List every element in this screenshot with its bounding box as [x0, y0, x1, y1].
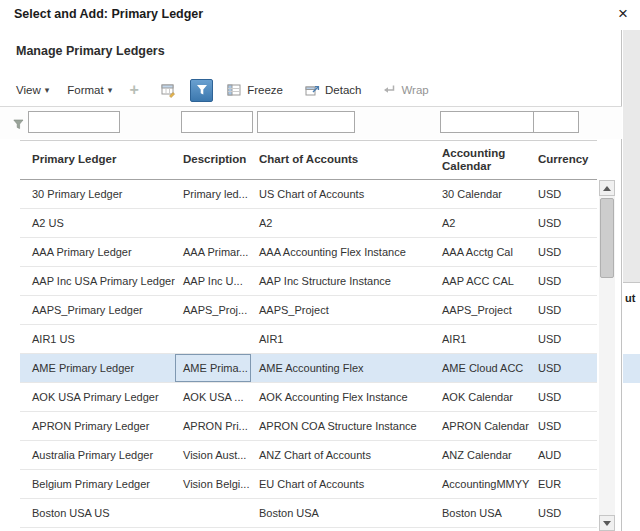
filter-row [0, 107, 622, 139]
table-row[interactable]: A2 USA2A2USD [20, 209, 597, 238]
cell-calendar: ANZ Calendar [434, 441, 530, 469]
column-header-description[interactable]: Description [175, 141, 251, 179]
cell-description: APRON Pri... [175, 412, 251, 440]
wrap-icon [381, 84, 396, 96]
scroll-up-button[interactable] [599, 180, 615, 196]
cell-calendar: AME Cloud ACC [434, 354, 530, 382]
toolbar: View ▾ Format ▾ + [16, 76, 429, 104]
view-menu[interactable]: View ▾ [16, 84, 49, 96]
background-selected-row-fragment [623, 354, 640, 383]
column-header-currency[interactable]: Currency [530, 141, 597, 179]
cell-description: Vision Aust... [175, 441, 251, 469]
filter-input-2[interactable] [257, 111, 355, 133]
cell-primary-ledger: AOK USA Primary Ledger [20, 383, 175, 411]
table-row[interactable]: AAP Inc USA Primary LedgerAAP Inc U...AA… [20, 267, 597, 296]
cell-calendar: AAPS_Project [434, 296, 530, 324]
table-row[interactable]: Australia Primary LedgerVision Aust...AN… [20, 441, 597, 470]
edit-table-icon[interactable] [156, 78, 180, 102]
cell-coa: AAP Inc Structure Instance [251, 267, 434, 295]
cell-currency: USD [530, 296, 597, 324]
cell-calendar: AAA Acctg Cal [434, 238, 530, 266]
query-by-example-icon[interactable] [190, 79, 213, 102]
freeze-icon [227, 83, 242, 98]
cell-primary-ledger: AAPS_Primary Ledger [20, 296, 175, 324]
cell-coa: US Chart of Accounts [251, 180, 434, 208]
chevron-down-icon: ▾ [108, 85, 113, 95]
format-menu-label: Format [67, 84, 103, 96]
cell-currency: USD [530, 354, 597, 382]
cell-description [175, 325, 251, 353]
cell-primary-ledger: Belgium Primary Ledger [20, 470, 175, 498]
table-row[interactable]: AIR1 USAIR1AIR1USD [20, 325, 597, 354]
cell-calendar: A2 [434, 209, 530, 237]
filter-input-4[interactable] [533, 111, 579, 133]
cell-calendar: APRON Calendar [434, 412, 530, 440]
cell-primary-ledger: A2 US [20, 209, 175, 237]
freeze-label: Freeze [247, 84, 283, 96]
cell-description: AAP Inc U... [175, 267, 251, 295]
detach-icon [305, 83, 320, 98]
column-header-primary-ledger[interactable]: Primary Ledger [20, 141, 175, 179]
scroll-down-arrow-icon [603, 521, 611, 526]
cell-calendar: AIR1 [434, 325, 530, 353]
cell-primary-ledger: AAA Primary Ledger [20, 238, 175, 266]
cell-primary-ledger: 30 Primary Ledger [20, 180, 175, 208]
dialog-titlebar: Select and Add: Primary Ledger × [0, 0, 640, 30]
table-row[interactable]: AME Primary LedgerAME Prima...AME Accoun… [20, 354, 597, 383]
cell-description [175, 209, 251, 237]
background-page-fragment: ut [623, 30, 640, 531]
table-row[interactable]: APRON Primary LedgerAPRON Pri...APRON CO… [20, 412, 597, 441]
close-icon[interactable]: × [612, 3, 634, 25]
cell-description: AAPS_Proj... [175, 296, 251, 324]
cell-calendar: AAP ACC CAL [434, 267, 530, 295]
format-menu[interactable]: Format ▾ [67, 84, 112, 96]
cell-currency: EUR [530, 470, 597, 498]
cell-coa: APRON COA Structure Instance [251, 412, 434, 440]
column-header-accounting-calendar[interactable]: Accounting Calendar [434, 141, 530, 179]
cell-description: AAA Primar... [175, 238, 251, 266]
column-header-chart-of-accounts[interactable]: Chart of Accounts [251, 141, 434, 179]
freeze-button[interactable]: Freeze [227, 83, 283, 98]
cell-calendar: 30 Calendar [434, 180, 530, 208]
table-row[interactable]: AAA Primary LedgerAAA Primar...AAA Accou… [20, 238, 597, 267]
cell-currency: USD [530, 325, 597, 353]
cell-description [175, 499, 251, 527]
cell-primary-ledger: Boston USA US [20, 499, 175, 527]
cell-currency: USD [530, 238, 597, 266]
cell-currency: USD [530, 412, 597, 440]
cell-coa: AAA Accounting Flex Instance [251, 238, 434, 266]
filter-input-0[interactable] [28, 111, 120, 133]
table-body: 30 Primary LedgerPrimary led...US Chart … [20, 180, 597, 531]
cell-coa: ANZ Chart of Accounts [251, 441, 434, 469]
cell-calendar: AccountingMMYY [434, 470, 530, 498]
scrollbar-thumb[interactable] [600, 198, 614, 278]
cell-coa: AAPS_Project [251, 296, 434, 324]
table-row[interactable]: 30 Primary LedgerPrimary led...US Chart … [20, 180, 597, 209]
cell-calendar: AOK Calendar [434, 383, 530, 411]
wrap-button[interactable]: Wrap [381, 84, 428, 96]
cell-coa: A2 [251, 209, 434, 237]
table-row[interactable]: Belgium Primary LedgerVision Belgi...EU … [20, 470, 597, 499]
scroll-down-button[interactable] [599, 515, 615, 531]
detach-button[interactable]: Detach [305, 83, 361, 98]
cell-currency: USD [530, 383, 597, 411]
wrap-label: Wrap [401, 84, 428, 96]
background-page-white-area [623, 282, 640, 531]
filter-input-3[interactable] [440, 111, 534, 133]
cell-currency: USD [530, 499, 597, 527]
cell-currency: USD [530, 267, 597, 295]
table-row[interactable]: Boston USA USBoston USABoston USAUSD [20, 499, 597, 528]
cell-description: Primary led... [175, 180, 251, 208]
page-title: Manage Primary Ledgers [16, 44, 165, 58]
cell-coa: AIR1 [251, 325, 434, 353]
table-row[interactable]: AOK USA Primary LedgerAOK USA ...AOK Acc… [20, 383, 597, 412]
detach-label: Detach [325, 84, 361, 96]
cell-coa: EU Chart of Accounts [251, 470, 434, 498]
cell-currency: AUD [530, 441, 597, 469]
filter-input-1[interactable] [181, 111, 253, 133]
filter-funnel-icon [196, 84, 208, 96]
add-icon[interactable]: + [122, 78, 146, 102]
vertical-scrollbar[interactable] [599, 180, 615, 531]
table-row[interactable]: AAPS_Primary LedgerAAPS_Proj...AAPS_Proj… [20, 296, 597, 325]
cell-description: AOK USA ... [175, 383, 251, 411]
